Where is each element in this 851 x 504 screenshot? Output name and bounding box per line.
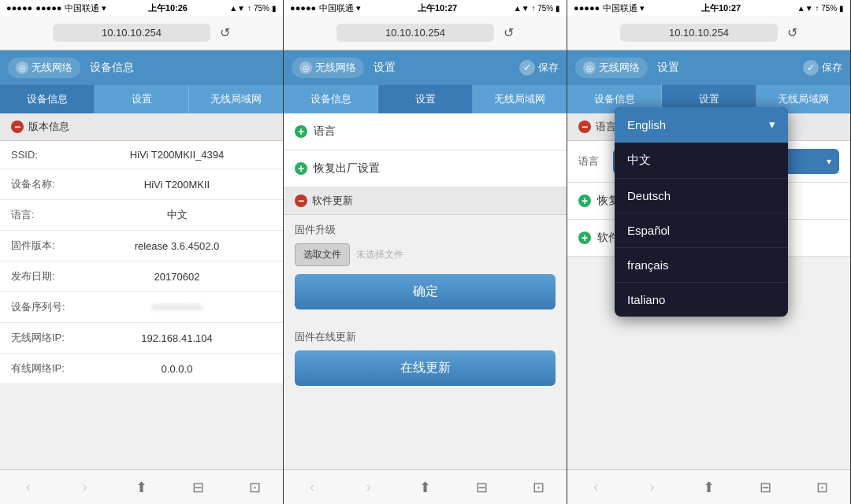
save-label-3: 保存 — [822, 61, 842, 75]
bookmarks-btn-3[interactable]: ⊟ — [751, 473, 779, 502]
wired-ip-row: 有线网络IP: 0.0.0.0 — [0, 354, 283, 384]
wireless-icon-1: ◎ — [16, 61, 28, 74]
save-btn-2[interactable]: ✓ 保存 — [519, 60, 559, 76]
tab-bar-2: 设备信息 设置 无线局域网 — [284, 85, 567, 113]
language-value: 中文 — [82, 208, 272, 222]
lang-option-italiano-label: Italiano — [627, 293, 665, 306]
selected-check-icon: ▾ — [769, 117, 775, 132]
tab-wireless-lan-1[interactable]: 无线局域网 — [189, 85, 283, 113]
expand-factory-icon: + — [295, 162, 307, 175]
factory-reset-menu-item[interactable]: + 恢复出厂设置 — [284, 150, 567, 187]
current-section-label-2: 设置 — [373, 61, 396, 75]
status-battery-2: ▲▼ ↑ 75% ▮ — [514, 4, 560, 13]
tab-device-info-2[interactable]: 设备信息 — [284, 85, 378, 113]
reload-btn-2[interactable]: ↺ — [504, 25, 514, 40]
online-update-btn[interactable]: 在线更新 — [295, 350, 556, 386]
wireless-nav-btn-2[interactable]: ◎ 无线网络 — [292, 57, 364, 78]
current-section-label-1: 设备信息 — [90, 61, 134, 75]
back-btn-3[interactable]: ‹ — [582, 473, 610, 502]
lang-option-chinese[interactable]: 中文 — [615, 143, 788, 179]
serial-label: 设备序列号: — [11, 300, 82, 314]
status-carrier-3: ●●●●● 中国联通 ▾ — [574, 2, 645, 14]
bookmarks-btn-2[interactable]: ⊟ — [467, 473, 496, 502]
collapse-icon-1[interactable]: − — [11, 120, 24, 133]
tab-settings-1[interactable]: 设置 — [95, 85, 189, 113]
lang-option-espanol-label: Español — [627, 224, 670, 237]
reload-btn-1[interactable]: ↺ — [220, 25, 230, 40]
lang-option-deutsch[interactable]: Deutsch — [615, 179, 788, 213]
lang-option-italiano[interactable]: Italiano — [615, 283, 788, 317]
bookmarks-btn-1[interactable]: ⊟ — [184, 473, 212, 502]
carrier-name-1: ●●●●● 中国联通 ▾ — [35, 2, 106, 14]
url-box-2[interactable]: 10.10.10.254 — [336, 24, 494, 42]
collapse-lang-icon-3[interactable]: − — [578, 120, 591, 133]
version-info-header: − 版本信息 — [0, 113, 283, 141]
lang-option-francais[interactable]: français — [615, 248, 788, 283]
status-battery-3: ▲▼ ↑ 75% ▮ — [797, 4, 844, 13]
choose-file-btn[interactable]: 选取文件 — [295, 243, 350, 266]
current-section-label-3: 设置 — [657, 61, 679, 75]
tab-settings-2[interactable]: 设置 — [378, 85, 473, 113]
share-btn-2[interactable]: ⬆ — [411, 473, 439, 502]
address-bar-1: 10.10.10.254 ↺ — [0, 16, 283, 50]
wireless-label-1: 无线网络 — [32, 61, 72, 75]
back-btn-1[interactable]: ‹ — [14, 473, 43, 502]
tab-bar-1: 设备信息 设置 无线局域网 — [0, 85, 283, 113]
forward-btn-1[interactable]: › — [71, 473, 99, 502]
confirm-btn[interactable]: 确定 — [295, 274, 556, 309]
wireless-nav-btn-1[interactable]: ◎ 无线网络 — [8, 57, 80, 78]
url-box-3[interactable]: 10.10.10.254 — [620, 24, 778, 42]
tabs-btn-2[interactable]: ⊡ — [524, 473, 552, 502]
signal-arrows-1: ▲▼ — [229, 4, 245, 13]
lang-option-francais-label: français — [627, 258, 669, 272]
tab-device-info-1[interactable]: 设备信息 — [0, 85, 95, 113]
tab-wireless-lan-2[interactable]: 无线局域网 — [473, 85, 567, 113]
language-label: 语言: — [11, 208, 82, 222]
status-time-2: 上午10:27 — [418, 2, 457, 14]
phone-panel-1: ●●●●● ●●●●● 中国联通 ▾ 上午10:26 ▲▼ ↑ 75% ▮ 10… — [0, 0, 284, 504]
forward-btn-3[interactable]: › — [638, 473, 667, 502]
lang-option-deutsch-label: Deutsch — [627, 189, 671, 202]
ssid-value: HiVi T200MKII_4394 — [82, 149, 272, 161]
status-bar-2: ●●●●● 中国联通 ▾ 上午10:27 ▲▼ ↑ 75% ▮ — [284, 0, 567, 16]
bottom-bar-2: ‹ › ⬆ ⊟ ⊡ — [284, 469, 567, 504]
dropdown-arrow-icon: ▾ — [827, 156, 831, 167]
content-area-2: + 语言 + 恢复出厂设置 − 软件更新 固件升级 选取文件 未选择文件 确定 … — [284, 113, 567, 469]
ssid-row: SSID: HiVi T200MKII_4394 — [0, 141, 283, 169]
content-area-1: − 版本信息 SSID: HiVi T200MKII_4394 设备名称: Hi… — [0, 113, 283, 469]
reload-btn-3[interactable]: ↺ — [787, 25, 797, 40]
lang-option-espanol[interactable]: Español — [615, 213, 788, 248]
language-menu-item[interactable]: + 语言 — [284, 113, 567, 150]
firmware-version-value: release 3.6.4502.0 — [82, 240, 272, 252]
wifi-ip-value: 192.168.41.104 — [82, 332, 272, 344]
status-carrier-2: ●●●●● 中国联通 ▾ — [290, 2, 361, 14]
wifi-ip-label: 无线网络IP: — [11, 331, 82, 345]
file-input-row: 选取文件 未选择文件 — [295, 243, 556, 266]
release-date-value: 20170602 — [82, 271, 272, 283]
language-section-label-3: 语言 — [596, 120, 616, 134]
signal-icon-1: ●●●●● — [6, 3, 32, 13]
no-file-label: 未选择文件 — [356, 248, 403, 261]
serial-number-row: 设备序列号: •••••••••••••• — [0, 292, 283, 323]
factory-reset-label: 恢复出厂设置 — [314, 161, 380, 176]
serial-value: •••••••••••••• — [82, 302, 272, 313]
online-update-title: 固件在线更新 — [295, 322, 556, 344]
forward-btn-2[interactable]: › — [355, 473, 383, 502]
lang-option-english[interactable]: English ▾ — [615, 107, 788, 143]
save-btn-3[interactable]: ✓ 保存 — [803, 60, 842, 76]
phone-panel-2: ●●●●● 中国联通 ▾ 上午10:27 ▲▼ ↑ 75% ▮ 10.10.10… — [284, 0, 567, 504]
online-update-section: 固件在线更新 在线更新 — [284, 322, 567, 386]
language-menu-label: 语言 — [314, 124, 336, 139]
wireless-nav-btn-3[interactable]: ◎ 无线网络 — [575, 57, 648, 78]
status-battery-1: ▲▼ ↑ 75% ▮ — [229, 4, 277, 13]
share-btn-3[interactable]: ⬆ — [694, 473, 723, 502]
tabs-btn-1[interactable]: ⊡ — [240, 473, 269, 502]
back-btn-2[interactable]: ‹ — [298, 473, 326, 502]
firmware-version-row: 固件版本: release 3.6.4502.0 — [0, 231, 283, 261]
collapse-software-icon[interactable]: − — [295, 195, 307, 207]
tabs-btn-3[interactable]: ⊡ — [808, 473, 836, 502]
share-btn-1[interactable]: ⬆ — [127, 473, 155, 502]
url-box-1[interactable]: 10.10.10.254 — [53, 24, 210, 42]
lang-row-label: 语言 — [578, 154, 599, 169]
carrier-name-2: 中国联通 ▾ — [319, 2, 361, 14]
